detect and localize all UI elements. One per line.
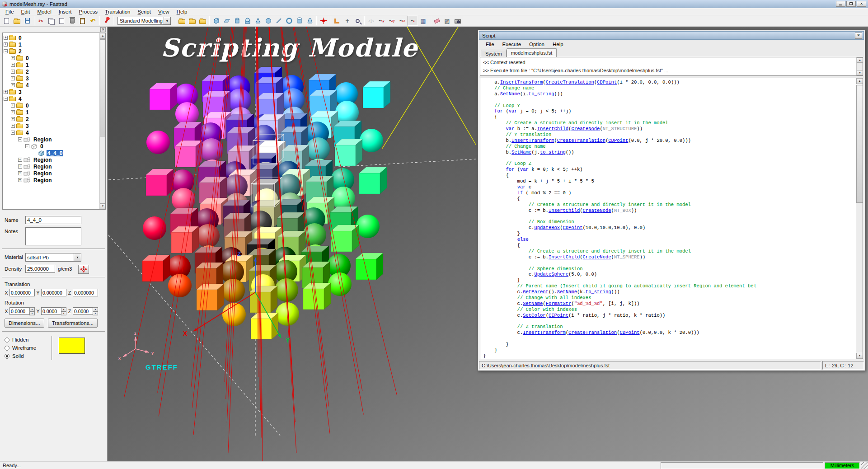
zoom-window-button[interactable] <box>352 16 363 26</box>
script-console[interactable]: << Context reseted>> Execute from file :… <box>480 57 863 76</box>
material-atom-button[interactable] <box>78 265 89 274</box>
minimize-button[interactable] <box>836 1 845 7</box>
tree-item-3[interactable]: +3 <box>4 75 99 82</box>
delete-button[interactable] <box>67 16 77 26</box>
tree-panel-close-button[interactable]: ✕ <box>100 27 106 32</box>
tree-item-0[interactable]: +0 <box>4 102 99 109</box>
notes-field[interactable] <box>25 227 81 245</box>
paste-button[interactable] <box>56 16 67 26</box>
spin-up-icon[interactable]: ▲ <box>29 307 35 311</box>
script-menu-option[interactable]: Option <box>525 42 549 47</box>
axis-xy-button[interactable]: ⌐xy <box>376 16 387 26</box>
display-mode-wireframe[interactable]: Wireframe <box>5 344 50 352</box>
script-title-bar[interactable]: Script ✕ <box>479 31 864 40</box>
tree-item-1[interactable]: +1 <box>4 109 99 116</box>
script-close-button[interactable]: ✕ <box>855 33 862 39</box>
tree-item-1[interactable]: +1 <box>4 61 99 68</box>
expand-icon[interactable]: + <box>4 42 8 47</box>
tab-system[interactable]: System <box>481 50 507 57</box>
menu-item-insert[interactable]: Insert <box>55 9 75 14</box>
tree-item-0[interactable]: +0 <box>4 34 99 41</box>
primitive-truncated-cone-button[interactable] <box>305 16 315 26</box>
expand-icon[interactable]: + <box>11 63 15 67</box>
tree-item-region[interactable]: +Region <box>4 177 99 183</box>
expand-icon[interactable]: + <box>18 164 22 169</box>
spin-down-icon[interactable]: ▼ <box>29 311 35 315</box>
clipboard-paste-button[interactable] <box>77 16 88 26</box>
tree-item-region[interactable]: +Region <box>4 170 99 177</box>
tree-item-region[interactable]: −Region <box>4 136 99 143</box>
angle-tool-button[interactable] <box>332 16 342 26</box>
primitive-tube-button[interactable] <box>294 16 305 26</box>
maximize-button[interactable] <box>846 1 856 7</box>
new-button[interactable] <box>1 16 12 26</box>
tree-scroll-thumb[interactable] <box>100 39 106 136</box>
primitive-cone-button[interactable] <box>253 16 263 26</box>
script-menu-help[interactable]: Help <box>549 42 568 47</box>
tree-item-0[interactable]: +0 <box>4 55 99 61</box>
open-button[interactable] <box>12 16 22 26</box>
menu-item-edit[interactable]: Edit <box>18 9 34 14</box>
camera-button[interactable] <box>452 16 463 26</box>
axis-z-button[interactable]: ⌐z <box>408 16 418 26</box>
axis-zx-button[interactable]: ⌐zx <box>397 16 408 26</box>
color-swatch[interactable] <box>59 338 85 354</box>
console-scroll-down[interactable]: ▼ <box>857 70 863 75</box>
resize-grip[interactable] <box>861 462 868 469</box>
transformations-button[interactable]: Transformations... <box>48 319 98 328</box>
primitive-plane-button[interactable] <box>221 16 232 26</box>
chevron-down-icon[interactable]: ▼ <box>164 17 170 24</box>
menu-item-script[interactable]: Script <box>134 9 155 14</box>
tree-item-region[interactable]: +Region <box>4 163 99 170</box>
undo-button[interactable]: ↶ <box>88 16 98 26</box>
primitive-sphere-button[interactable] <box>263 16 273 26</box>
insert-structure-button[interactable] <box>187 16 197 26</box>
expand-icon[interactable]: + <box>11 110 15 114</box>
primitive-box-button[interactable] <box>211 16 221 26</box>
name-field[interactable] <box>25 216 81 224</box>
tree-item-4[interactable]: +4 <box>4 82 99 89</box>
menu-item-view[interactable]: View <box>155 9 173 14</box>
rotation-z-field[interactable] <box>73 307 93 315</box>
radio-icon[interactable] <box>5 346 9 351</box>
console-scrollbar[interactable]: ▲ ▼ <box>856 57 863 75</box>
point-marker-button[interactable] <box>318 16 328 26</box>
translation-x-field[interactable] <box>9 289 35 296</box>
model-tree[interactable]: +0+1−2+0+1+2+3+4+3−4+0+1+2+3−4−Region−0−… <box>2 33 106 210</box>
tree-item-2[interactable]: +2 <box>4 68 99 75</box>
expand-icon[interactable]: + <box>18 171 22 175</box>
expand-icon[interactable]: + <box>11 103 15 108</box>
tab-modelmeshplus-fst[interactable]: modelmeshplus.fst <box>507 48 557 57</box>
expand-icon[interactable]: + <box>18 158 22 162</box>
tree-item-4_4_0[interactable]: −4_4_0 <box>4 150 99 156</box>
snap-grid-button[interactable]: ▦ <box>418 16 428 26</box>
tree-item-0[interactable]: −0 <box>4 143 99 150</box>
expand-icon[interactable]: + <box>4 36 8 40</box>
collapse-icon[interactable]: − <box>4 97 8 101</box>
hatch-button[interactable]: ▨ <box>442 16 452 26</box>
rotation-y-field[interactable] <box>41 307 61 315</box>
translation-y-field[interactable] <box>41 289 66 296</box>
close-button[interactable]: ✕ <box>857 1 866 7</box>
spin-up-icon[interactable]: ▲ <box>93 307 98 311</box>
spin-down-icon[interactable]: ▼ <box>61 311 66 315</box>
collapse-icon[interactable]: − <box>25 144 29 148</box>
spin-down-icon[interactable]: ▼ <box>93 311 98 315</box>
copy-button[interactable] <box>46 16 56 26</box>
tree-item-4[interactable]: −4 <box>4 129 99 136</box>
editor-scroll-down[interactable]: ▼ <box>856 353 863 359</box>
tree-item-2[interactable]: −2 <box>4 48 99 55</box>
radio-icon[interactable] <box>5 338 9 342</box>
menu-item-help[interactable]: Help <box>173 9 191 14</box>
cut-button[interactable]: ✂ <box>36 16 46 26</box>
editor-scroll-up[interactable]: ▲ <box>856 78 863 84</box>
chevron-down-icon[interactable]: ▼ <box>74 253 81 261</box>
material-select[interactable]: sdfsdf Pb ▼ <box>25 253 81 262</box>
console-scroll-up[interactable]: ▲ <box>857 57 863 63</box>
datum-pin-button[interactable] <box>101 16 112 26</box>
tree-scroll-up[interactable]: ▲ <box>100 33 106 39</box>
menu-item-model[interactable]: Model <box>33 9 55 14</box>
expand-icon[interactable]: + <box>11 70 15 74</box>
editor-scroll-thumb[interactable] <box>856 85 863 203</box>
primitive-line-button[interactable] <box>273 16 284 26</box>
